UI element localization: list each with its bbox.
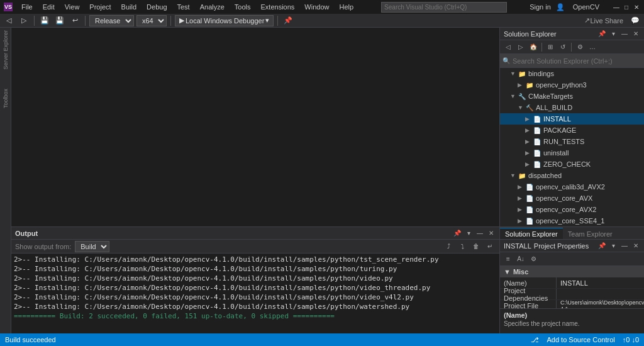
output-toolbar: Show output from: Build ⤴ ⤵ 🗑 ↵ xyxy=(11,240,499,254)
tree-item-zero-check[interactable]: ▶ 📄 ZERO_CHECK xyxy=(500,159,644,170)
menu-view[interactable]: View xyxy=(60,2,85,12)
toolbar-undo[interactable]: ↩ xyxy=(69,15,81,26)
menu-extensions[interactable]: Extensions xyxy=(256,2,300,12)
se-home-btn[interactable]: 🏠 xyxy=(528,42,539,53)
toolbox-label[interactable]: Toolbox xyxy=(3,89,9,108)
source-control-label[interactable]: Add to Source Control xyxy=(547,336,614,343)
output-line-4: 2>-- Installing: C:/Users/aimonk/Desktop… xyxy=(14,283,497,293)
se-close-button[interactable]: ✕ xyxy=(631,30,640,38)
output-scroll-bot[interactable]: ⤵ xyxy=(457,241,468,252)
se-minimize-button[interactable]: — xyxy=(620,30,629,38)
tree-item-opencv-python3[interactable]: ▶ 📁 opencv_python3 xyxy=(500,79,644,91)
se-search-icon: 🔍 xyxy=(502,57,510,64)
tree-arrow: ▼ xyxy=(518,104,525,111)
prop-pin-button[interactable]: 📌 xyxy=(597,242,606,250)
se-dropdown-button[interactable]: ▾ xyxy=(609,30,618,38)
prop-dropdown-button[interactable]: ▾ xyxy=(609,242,618,250)
tab-team-explorer[interactable]: Team Explorer xyxy=(563,228,618,239)
output-dropdown-btn[interactable]: ▾ xyxy=(464,229,473,238)
properties-panel: INSTALL Project Properties 📌 ▾ — ✕ ≡ A↓ … xyxy=(500,239,644,333)
tree-arrow: ▶ xyxy=(525,150,533,156)
toolbar-forward[interactable]: ▷ xyxy=(18,15,30,26)
se-refresh-btn[interactable]: ↺ xyxy=(557,42,569,53)
tree-item-cmaketargets[interactable]: ▼ 🔧 CMakeTargets xyxy=(500,91,644,102)
prop-alpha-btn[interactable]: A↓ xyxy=(515,254,526,265)
tree-item-core-avx[interactable]: ▶ 📄 opencv_core_AVX xyxy=(500,193,644,204)
local-debugger-button[interactable]: ▶ Local Windows Debugger ▾ xyxy=(175,15,274,26)
menu-project[interactable]: Project xyxy=(84,2,116,12)
menu-tools[interactable]: Tools xyxy=(230,2,256,12)
folder-icon: 📁 xyxy=(518,69,526,78)
platform-dropdown[interactable]: x64 xyxy=(136,15,167,26)
se-bottom-tabs: Solution Explorer Team Explorer xyxy=(500,226,644,239)
se-more-btn[interactable]: … xyxy=(587,42,598,53)
tree-item-run-tests[interactable]: ▶ 📄 RUN_TESTS xyxy=(500,136,644,147)
toolbar-sep-1 xyxy=(34,16,35,26)
tree-item-install[interactable]: ▶ 📄 INSTALL xyxy=(500,113,644,125)
output-line-3: 2>-- Installing: C:/Users/aimonk/Desktop… xyxy=(14,274,497,283)
tree-item-dispatched[interactable]: ▼ 📁 dispatched xyxy=(500,170,644,181)
signin-button[interactable]: Sign in xyxy=(530,3,551,11)
se-back-btn[interactable]: ◁ xyxy=(502,42,514,53)
menu-test[interactable]: Test xyxy=(172,2,195,12)
tree-item-all-build[interactable]: ▼ 🔨 ALL_BUILD xyxy=(500,102,644,113)
server-explorer-label[interactable]: Server Explorer xyxy=(3,30,9,70)
live-share-button[interactable]: ↗ Live Share xyxy=(581,15,626,26)
tree-label-all-build: ALL_BUILD xyxy=(536,104,572,111)
prop-cat-btn[interactable]: ≡ xyxy=(502,254,514,265)
tree-label-cmaketargets: CMakeTargets xyxy=(528,92,573,100)
cmake-icon: 🔧 xyxy=(518,92,526,101)
global-search-input[interactable] xyxy=(381,2,507,13)
prop-minimize-button[interactable]: — xyxy=(620,242,629,250)
menu-build[interactable]: Build xyxy=(116,2,142,12)
config-dropdown[interactable]: Release xyxy=(89,15,134,26)
tree-item-uninstall[interactable]: ▶ 📄 uninstall xyxy=(500,147,644,159)
tab-solution-explorer[interactable]: Solution Explorer xyxy=(500,228,563,239)
close-button[interactable]: ✕ xyxy=(633,3,640,11)
properties-header: INSTALL Project Properties 📌 ▾ — ✕ xyxy=(500,240,644,252)
tree-item-core-sse41[interactable]: ▶ 📄 opencv_core_SSE4_1 xyxy=(500,215,644,226)
tree-item-core-avx2[interactable]: ▶ 📄 opencv_core_AVX2 xyxy=(500,204,644,215)
se-filter-btn[interactable]: ⊞ xyxy=(545,42,556,53)
menu-analyze[interactable]: Analyze xyxy=(195,2,230,12)
prop-pages-btn[interactable]: ⚙ xyxy=(528,254,539,265)
se-forward-btn[interactable]: ▷ xyxy=(515,42,526,53)
menu-help[interactable]: Help xyxy=(334,2,358,12)
output-scroll-top[interactable]: ⤴ xyxy=(443,241,454,252)
output-header: Output 📌 ▾ — ✕ xyxy=(11,227,499,240)
tree-item-package[interactable]: ▶ 📄 PACKAGE xyxy=(500,125,644,136)
se-search-input[interactable] xyxy=(513,57,641,65)
menu-file[interactable]: File xyxy=(16,2,38,12)
maximize-button[interactable]: □ xyxy=(623,3,630,11)
output-word-wrap[interactable]: ↵ xyxy=(484,241,496,252)
share-icon: ↗ xyxy=(584,16,590,25)
folder-icon: 📁 xyxy=(518,171,526,180)
se-pin-button[interactable]: 📌 xyxy=(597,30,606,38)
minimize-button[interactable]: — xyxy=(613,3,620,11)
menu-bar: File Edit View Project Build Debug Test … xyxy=(16,2,358,12)
pin-button[interactable]: 📌 xyxy=(282,15,294,26)
feedback-button[interactable]: 💬 xyxy=(629,15,641,26)
item-icon: 📄 xyxy=(533,114,541,123)
tree-item-calib3d[interactable]: ▶ 📄 opencv_calib3d_AVX2 xyxy=(500,181,644,193)
tree-item-bindings[interactable]: ▼ 📁 bindings xyxy=(500,68,644,79)
menu-window[interactable]: Window xyxy=(299,2,334,12)
menu-debug[interactable]: Debug xyxy=(142,2,172,12)
output-clear[interactable]: 🗑 xyxy=(470,241,482,252)
prop-row-file: Project File C:\Users\aimonk\Desktop\ope… xyxy=(500,300,644,308)
output-close-btn[interactable]: ✕ xyxy=(487,229,496,238)
person-icon: 👤 xyxy=(556,3,565,11)
tree-label-zero-check: ZERO_CHECK xyxy=(543,160,591,168)
prop-key-file: Project File xyxy=(500,300,557,308)
output-source-select[interactable]: Build xyxy=(75,241,109,252)
prop-close-button[interactable]: ✕ xyxy=(631,242,640,250)
toolbar-save[interactable]: 💾 xyxy=(38,15,51,26)
se-settings-btn[interactable]: ⚙ xyxy=(574,42,586,53)
solution-explorer-header: Solution Explorer 📌 ▾ — ✕ xyxy=(500,28,644,40)
toolbar-save-all[interactable]: 💾 xyxy=(53,15,66,26)
toolbar-back[interactable]: ◁ xyxy=(3,15,15,26)
output-pin-btn[interactable]: 📌 xyxy=(453,229,462,238)
menu-edit[interactable]: Edit xyxy=(38,2,60,12)
tree-arrow: ▶ xyxy=(518,184,525,190)
output-minimize-btn[interactable]: — xyxy=(475,229,484,238)
